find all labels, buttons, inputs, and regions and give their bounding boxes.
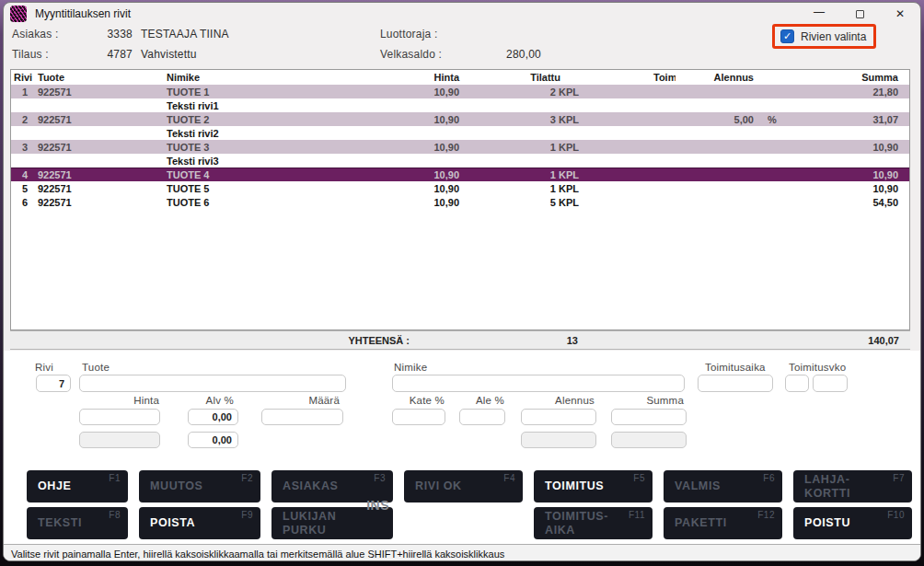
lahjakortti-button[interactable]: LAHJA-KORTTI F7	[793, 470, 912, 502]
fkey-label: F2	[241, 473, 253, 483]
paketti-button[interactable]: PAKETTI F12	[664, 507, 782, 539]
rivi-label: Rivi	[35, 362, 53, 373]
col-header-tuote: Tuote	[33, 72, 158, 83]
table-row[interactable]: Teksti rivi1	[11, 98, 909, 112]
debt-balance-value: 280,00	[461, 48, 541, 61]
fkey-label: INS	[366, 498, 389, 513]
fkey-label: F6	[763, 473, 775, 483]
toimitusvko-input-2[interactable]	[813, 375, 848, 392]
col-header-tilattu: Tilattu	[464, 72, 583, 83]
row-edit-form: Rivi Tuote Nimike Toimitusaika Toimitusv…	[4, 351, 921, 467]
alv-label: Alv %	[180, 395, 234, 406]
hinta-input[interactable]	[79, 409, 160, 425]
toimitusaika-button[interactable]: TOIMITUS-AIKA F11	[534, 507, 653, 539]
summa-input[interactable]	[611, 409, 687, 425]
table-row[interactable]: 1 922571 TUOTE 1 10,90 2 KPL 21,80	[11, 85, 909, 98]
fkey-label: F1	[109, 473, 121, 483]
fkey-label: F8	[109, 510, 121, 520]
customer-label: Asiakas :	[12, 28, 59, 40]
totals-bar: YHTEENSÄ : 13 140,07	[10, 330, 910, 350]
close-button[interactable]: ✕	[880, 3, 920, 25]
kate-input[interactable]	[392, 409, 445, 425]
order-rows-table: Rivi Tuote Nimike Hinta Tilattu Toim. Al…	[10, 69, 910, 330]
window-title: Myyntitilauksen rivit	[35, 7, 131, 20]
total-sum: 140,07	[779, 335, 910, 346]
fkey-label: F4	[503, 473, 515, 483]
tuote-label: Tuote	[82, 362, 110, 373]
toimitusaika-input[interactable]	[698, 375, 773, 392]
maximize-icon	[856, 10, 864, 18]
muutos-button[interactable]: MUUTOS F2	[139, 470, 260, 502]
rivi-ok-button[interactable]: RIVI OK F4	[404, 470, 523, 502]
hinta-label: Hinta	[111, 395, 159, 406]
nimike-input[interactable]	[392, 375, 685, 392]
table-row[interactable]: 5 922571 TUOTE 5 10,90 1 KPL 10,90	[11, 181, 909, 195]
empty-button-slot	[404, 507, 523, 539]
fkey-label: F7	[893, 473, 905, 483]
poistu-button[interactable]: POISTU F10	[793, 507, 912, 539]
toimitus-button[interactable]: TOIMITUS F5	[534, 470, 653, 502]
hinta-input-2[interactable]	[79, 432, 160, 448]
ohje-button[interactable]: OHJE F1	[27, 470, 128, 502]
alennus-label: Alennus	[541, 395, 595, 406]
rivien-valinta-checkbox[interactable]: ✓	[780, 29, 794, 43]
kate-label: Kate %	[391, 395, 445, 406]
toimitusvko-input-1[interactable]	[785, 375, 809, 392]
toimitusvko-label: Toimitusvko	[789, 362, 846, 373]
table-row[interactable]: 6 922571 TUOTE 6 10,90 5 KPL 54,50	[11, 195, 909, 209]
lukijan-purku-button[interactable]: LUKIJAN PURKU INS	[271, 507, 393, 539]
credit-limit-label: Luottoraja :	[380, 28, 437, 40]
customer-number: 3338	[77, 28, 133, 40]
fkey-label: F11	[629, 510, 645, 520]
fkey-label: F9	[241, 510, 253, 520]
col-header-toim: Toim.	[583, 72, 676, 83]
ale-label: Ale %	[452, 395, 504, 406]
table-header-row: Rivi Tuote Nimike Hinta Tilattu Toim. Al…	[11, 70, 909, 85]
debt-balance-label: Velkasaldo :	[380, 48, 442, 61]
teksti-button[interactable]: TEKSTI F8	[27, 507, 128, 539]
valmis-button[interactable]: VALMIS F6	[664, 470, 782, 502]
summa-label: Summa	[630, 395, 684, 406]
maximize-button[interactable]	[839, 3, 880, 25]
poista-button[interactable]: POISTA F9	[139, 507, 260, 539]
col-header-nimike: Nimike	[158, 72, 421, 83]
alennus-input[interactable]	[521, 409, 596, 425]
table-row[interactable]: 2 922571 TUOTE 2 10,90 3 KPL 5,00 % 31,0…	[11, 112, 909, 126]
order-number: 4787	[77, 48, 133, 61]
table-row[interactable]: 3 922571 TUOTE 3 10,90 1 KPL 10,90	[11, 140, 909, 154]
toimitusaika-label: Toimitusaika	[705, 362, 766, 373]
alv-input[interactable]	[188, 409, 238, 425]
minimize-button[interactable]: —	[799, 3, 839, 25]
rivien-valinta-label: Rivien valinta	[801, 30, 866, 43]
alv-input-2[interactable]	[188, 432, 238, 448]
col-header-hinta: Hinta	[421, 72, 464, 83]
order-label: Tilaus :	[12, 48, 49, 61]
table-row[interactable]: Teksti rivi3	[11, 154, 909, 167]
function-button-panel: OHJE F1 MUUTOS F2 ASIAKAS F3 RIVI OK F4 …	[4, 467, 921, 544]
desktop-background: Myyntitilauksen rivit — ✕ Asiakas : 3338…	[0, 0, 924, 566]
col-header-alennus: Alennus	[676, 72, 754, 83]
total-quantity: 13	[463, 335, 583, 346]
fkey-label: F12	[757, 510, 775, 520]
fkey-label: F10	[887, 510, 905, 520]
rivi-input[interactable]	[36, 375, 71, 392]
col-header-summa: Summa	[780, 72, 909, 83]
customer-name: TESTAAJA TIINA	[141, 28, 229, 40]
tuote-input[interactable]	[79, 375, 346, 392]
maara-label: Määrä	[286, 395, 340, 406]
nimike-label: Nimike	[394, 362, 427, 373]
maara-input[interactable]	[261, 409, 343, 425]
table-row-selected[interactable]: 4 922571 TUOTE 4 10,90 1 KPL 10,90	[11, 167, 909, 181]
sales-order-rows-window: Myyntitilauksen rivit — ✕ Asiakas : 3338…	[3, 2, 921, 561]
summa-input-2[interactable]	[611, 432, 687, 448]
col-header-rivi: Rivi	[11, 72, 33, 83]
table-row[interactable]: Teksti rivi2	[11, 126, 909, 140]
status-bar: Valitse rivit painamalla Enter, hiirellä…	[4, 544, 921, 561]
ale-input[interactable]	[459, 409, 505, 425]
app-logo-icon	[10, 6, 27, 22]
alennus-input-2[interactable]	[521, 432, 596, 448]
title-bar[interactable]: Myyntitilauksen rivit — ✕	[4, 3, 920, 25]
fkey-label: F5	[633, 473, 645, 483]
minimize-icon: —	[814, 6, 825, 18]
highlight-annotation: ✓ Rivien valinta	[772, 24, 876, 49]
